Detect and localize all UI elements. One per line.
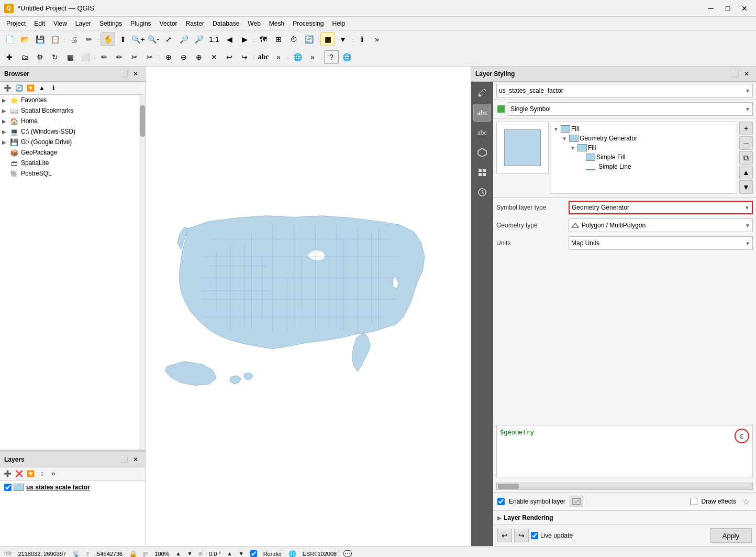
reshape-button[interactable]: ⬜ xyxy=(78,50,93,64)
bookmarks-button[interactable]: ⏱ xyxy=(286,32,301,46)
layers-remove-button[interactable]: ❌ xyxy=(14,468,24,479)
geometry-type-dropdown[interactable]: Polygon / MultiPolygon ▼ xyxy=(569,219,753,232)
apply-button[interactable]: Apply xyxy=(710,528,752,543)
tree-item-windows-ssd[interactable]: ▶ 💻 C:\ (Windows-SSD) xyxy=(0,126,139,137)
browser-scrollbar[interactable] xyxy=(139,95,145,450)
select-tool-button[interactable]: ▦ xyxy=(320,32,335,46)
node-tool-button[interactable]: ⚙ xyxy=(32,50,47,64)
menu-settings[interactable]: Settings xyxy=(95,19,126,28)
browser-refresh-button[interactable]: 🔄 xyxy=(14,83,24,93)
menu-vector[interactable]: Vector xyxy=(155,19,182,28)
sym-item-simple-fill[interactable]: ▼ Simple Fill xyxy=(553,152,735,162)
more2-button[interactable]: » xyxy=(271,50,286,64)
delete-ring-button[interactable]: ⊖ xyxy=(176,50,191,64)
delete-part-button[interactable]: ✕ xyxy=(207,50,221,64)
sym-item-fill-nested[interactable]: ▼ Fill xyxy=(553,143,735,152)
update-button[interactable]: 🔄 xyxy=(302,32,316,46)
more-button[interactable]: » xyxy=(370,32,384,46)
status-rot-up-button[interactable]: ▲ xyxy=(227,551,232,556)
digitize-button[interactable]: ✚ xyxy=(2,50,17,64)
split-features-button[interactable]: ✂ xyxy=(127,50,142,64)
sym-duplicate-button[interactable]: ⧉ xyxy=(739,151,753,165)
globe2-button[interactable]: 🌐 xyxy=(339,50,354,64)
tree-item-favorites[interactable]: ▶ ⭐ Favorites xyxy=(0,95,139,105)
effects-star-button[interactable]: ☆ xyxy=(740,496,752,507)
expression-scrollbar[interactable] xyxy=(496,483,753,490)
status-zoom-up-button[interactable]: ▲ xyxy=(175,551,181,556)
save-project-button[interactable]: 💾 xyxy=(32,32,47,46)
browser-info-button[interactable]: ℹ xyxy=(48,83,59,93)
edit-button[interactable]: ✏ xyxy=(82,32,96,46)
renderer-dropdown[interactable]: Single Symbol ▼ xyxy=(508,102,753,116)
status-zoom-down-button[interactable]: ▼ xyxy=(187,551,192,556)
tree-item-postgresql[interactable]: ▶ 🐘 PostreSQL xyxy=(0,168,139,179)
open-project-button[interactable]: 📂 xyxy=(17,32,32,46)
zoom-layer-button[interactable]: 🔎 xyxy=(176,32,191,46)
help-button[interactable]: ? xyxy=(324,50,339,64)
ss-3d-button[interactable] xyxy=(473,144,491,161)
menu-raster[interactable]: Raster xyxy=(182,19,208,28)
menu-mesh[interactable]: Mesh xyxy=(265,19,288,28)
units-dropdown[interactable]: Map Units ▼ xyxy=(569,236,753,250)
ss-abc-button[interactable]: abc xyxy=(473,104,491,122)
undo-button[interactable]: ↩ xyxy=(497,529,512,542)
layer-item-us-states[interactable]: us states scale factor xyxy=(2,483,143,492)
ss-abc2-button[interactable]: abc xyxy=(473,124,491,141)
globe-button[interactable]: 🌐 xyxy=(290,50,305,64)
sym-add-button[interactable]: + xyxy=(739,122,753,135)
status-rot-down-button[interactable]: ▼ xyxy=(239,551,244,556)
tree-item-home[interactable]: ▶ 🏠 Home xyxy=(0,116,139,126)
rotate-button[interactable]: ↻ xyxy=(48,50,62,64)
ss-paintbrush-button[interactable] xyxy=(473,84,491,102)
zoom-native-button[interactable]: 1:1 xyxy=(207,32,221,46)
status-messages-button[interactable]: 💬 xyxy=(343,550,352,558)
browser-filter-button[interactable]: 🔽 xyxy=(25,83,36,93)
sym-move-up-button[interactable]: ▲ xyxy=(739,166,753,179)
sym-move-down-button[interactable]: ▼ xyxy=(739,180,753,194)
undo-edit-button[interactable]: ↩ xyxy=(222,50,237,64)
browser-add-button[interactable]: ➕ xyxy=(2,83,13,93)
layers-sort-button[interactable]: ↕ xyxy=(37,468,47,479)
tree-item-google-drive[interactable]: ▶ 💾 G:\ (Google Drive) xyxy=(0,137,139,147)
layer-select-dropdown[interactable]: us_states_scale_factor ▼ xyxy=(496,84,753,97)
draw-effects-checkbox[interactable] xyxy=(690,498,697,505)
print-button[interactable]: 🖨 xyxy=(66,32,81,46)
styling-close-button[interactable]: ✕ xyxy=(741,69,752,79)
redo-button[interactable]: ↪ xyxy=(514,529,529,542)
status-lock-button[interactable]: 🔒 xyxy=(129,550,136,558)
layers-filter-button[interactable]: 🔽 xyxy=(25,468,36,479)
symbol-layer-type-dropdown[interactable]: Geometry Generator ▼ xyxy=(569,201,753,214)
layers-close-button[interactable]: ✕ xyxy=(130,454,141,465)
sym-item-simple-line[interactable]: ▼ Simple Line xyxy=(553,162,735,171)
label-button[interactable]: abc xyxy=(256,50,271,64)
menu-plugins[interactable]: Plugins xyxy=(126,19,155,28)
menu-layer[interactable]: Layer xyxy=(71,19,95,28)
tree-item-geopackage[interactable]: ▶ 📦 GeoPackage xyxy=(0,147,139,158)
split-parts-button[interactable]: ✂ xyxy=(142,50,157,64)
ss-history-button[interactable] xyxy=(473,183,491,201)
enable-symbol-checkbox[interactable] xyxy=(497,498,505,505)
edit-polygon-button[interactable]: ✏ xyxy=(112,50,127,64)
add-ring-button[interactable]: ⊕ xyxy=(161,50,176,64)
zoom-selection-button[interactable]: 🔎 xyxy=(192,32,206,46)
redo-edit-button[interactable]: ↪ xyxy=(237,50,252,64)
ss-grid-button[interactable] xyxy=(473,163,491,181)
menu-web[interactable]: Web xyxy=(243,19,264,28)
more3-button[interactable]: » xyxy=(305,50,320,64)
zoom-next-button[interactable]: ▶ xyxy=(237,32,252,46)
zoom-full-button[interactable]: ⤢ xyxy=(161,32,176,46)
render-checkbox[interactable] xyxy=(250,550,257,557)
expression-epsilon-button[interactable]: ε xyxy=(735,429,749,443)
save-as-button[interactable]: 📋 xyxy=(48,32,62,46)
expression-editor[interactable]: $geometry ε xyxy=(496,425,753,477)
layers-expand-button[interactable]: ⬜ xyxy=(119,454,129,465)
pan-map-button[interactable]: ⬆ xyxy=(116,32,130,46)
menu-project[interactable]: Project xyxy=(2,19,30,28)
sym-remove-button[interactable]: ─ xyxy=(739,136,753,150)
layers-add-button[interactable]: ➕ xyxy=(2,468,13,479)
refresh-button[interactable]: 🗺 xyxy=(256,32,271,46)
browser-close-button[interactable]: ✕ xyxy=(130,69,141,79)
simplify-button[interactable]: ▦ xyxy=(63,50,77,64)
layer-rendering-header[interactable]: ▶ Layer Rendering xyxy=(497,514,752,521)
tiles-button[interactable]: ⊞ xyxy=(271,32,286,46)
